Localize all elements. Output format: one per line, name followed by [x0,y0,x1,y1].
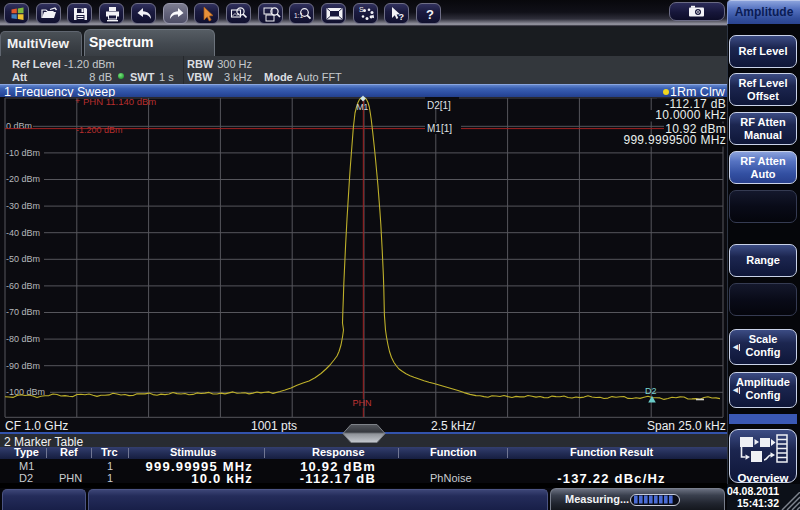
svg-text:?: ? [426,7,434,22]
svg-text:-80 dBm: -80 dBm [6,334,40,344]
svg-text:PHN: PHN [353,398,372,408]
svg-text:-30 dBm: -30 dBm [6,201,40,211]
svg-text:-70 dBm: -70 dBm [6,307,40,317]
svg-text:-40 dBm: -40 dBm [6,228,40,238]
svg-text:-20 dBm: -20 dBm [6,174,40,184]
svg-text:D2: D2 [645,386,657,396]
svg-text:-90 dBm: -90 dBm [6,361,40,371]
svg-text:PHN 11.140 dBm: PHN 11.140 dBm [83,96,156,107]
svg-text:-50 dBm: -50 dBm [6,254,40,264]
svg-text:?: ? [399,12,405,22]
svg-text:D2[1]: D2[1] [427,100,451,111]
svg-text:M1: M1 [357,102,369,112]
svg-text:S: S [359,6,364,13]
svg-text:+: + [75,96,80,106]
svg-text:-60 dBm: -60 dBm [6,281,40,291]
svg-text:999.9999500 MHz: 999.9999500 MHz [623,133,726,147]
svg-text:-1.200 dBm: -1.200 dBm [76,125,123,135]
svg-text:10.0000 kHz: 10.0000 kHz [655,108,726,122]
svg-text:0 dBm: 0 dBm [6,121,32,131]
svg-text:M1[1]: M1[1] [427,123,452,134]
svg-text:-10 dBm: -10 dBm [6,148,40,158]
